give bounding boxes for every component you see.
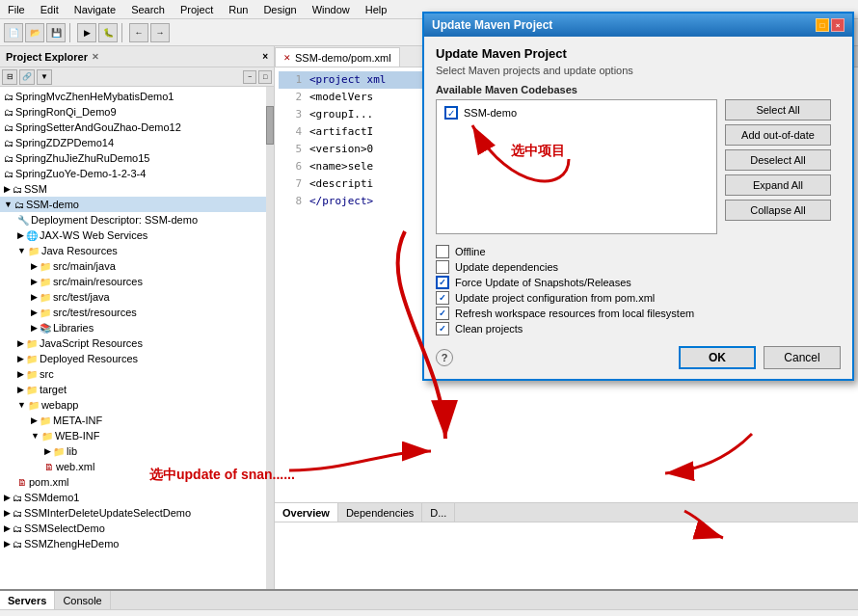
help-button[interactable]: ?: [436, 349, 453, 366]
refresh-workspace-label: Refresh workspace resources from local f…: [455, 308, 694, 319]
dialog-overlay: Update Maven Project □ × Update Maven Pr…: [0, 0, 858, 616]
select-all-button[interactable]: Select All: [725, 99, 831, 121]
codebases-label: Available Maven Codebases: [436, 84, 841, 95]
refresh-workspace-checkbox[interactable]: ✓: [436, 307, 449, 320]
option-update-config: ✓ Update project configuration from pom.…: [436, 290, 841, 306]
dialog-side-buttons: Select All Add out-of-date Deselect All …: [725, 99, 841, 244]
update-config-checkbox[interactable]: ✓: [436, 291, 449, 305]
dialog-close-button[interactable]: ×: [831, 18, 845, 32]
maximize-button[interactable]: □: [816, 18, 829, 32]
dialog-body: Update Maven Project Select Maven projec…: [424, 37, 852, 379]
clean-projects-label: Clean projects: [455, 323, 523, 335]
clean-projects-checkbox[interactable]: ✓: [436, 322, 449, 335]
force-update-checkbox[interactable]: ✓: [436, 276, 449, 289]
deselect-all-button[interactable]: Deselect All: [725, 149, 831, 171]
codebase-item[interactable]: ✓ SSM-demo: [441, 104, 712, 121]
ide-window: File Edit Navigate Search Project Run De…: [0, 0, 858, 616]
window-buttons: □ ×: [816, 18, 845, 32]
option-offline: Offline: [436, 244, 841, 259]
offline-label: Offline: [455, 246, 486, 257]
codebase-checkbox[interactable]: ✓: [444, 106, 458, 120]
option-force-update: ✓ Force Update of Snapshots/Releases: [436, 275, 841, 290]
maven-dialog: Update Maven Project □ × Update Maven Pr…: [422, 12, 854, 381]
update-deps-checkbox[interactable]: [436, 260, 449, 274]
codebase-label: SSM-demo: [464, 107, 517, 119]
cancel-button[interactable]: Cancel: [764, 346, 841, 369]
option-update-deps: Update dependencies: [436, 259, 841, 275]
ok-button[interactable]: OK: [679, 346, 756, 369]
force-update-label: Force Update of Snapshots/Releases: [455, 277, 631, 288]
option-refresh-workspace: ✓ Refresh workspace resources from local…: [436, 306, 841, 321]
update-deps-label: Update dependencies: [455, 261, 558, 273]
dialog-bottom-row: ? OK Cancel: [436, 346, 841, 369]
offline-checkbox[interactable]: [436, 245, 449, 258]
option-clean-projects: ✓ Clean projects: [436, 321, 841, 336]
update-config-label: Update project configuration from pom.xm…: [455, 292, 655, 304]
options-section: Offline Update dependencies ✓ Force Upda…: [436, 244, 841, 336]
dialog-heading: Update Maven Project: [436, 46, 841, 61]
dialog-title: Update Maven Project: [432, 18, 552, 32]
collapse-all-button[interactable]: Collapse All: [725, 200, 831, 221]
codebases-list[interactable]: ✓ SSM-demo: [436, 99, 717, 234]
add-out-of-date-button[interactable]: Add out-of-date: [725, 124, 831, 146]
dialog-titlebar: Update Maven Project □ ×: [424, 13, 852, 37]
expand-all-button[interactable]: Expand All: [725, 174, 831, 196]
dialog-subtitle: Select Maven projects and update options: [436, 65, 841, 76]
